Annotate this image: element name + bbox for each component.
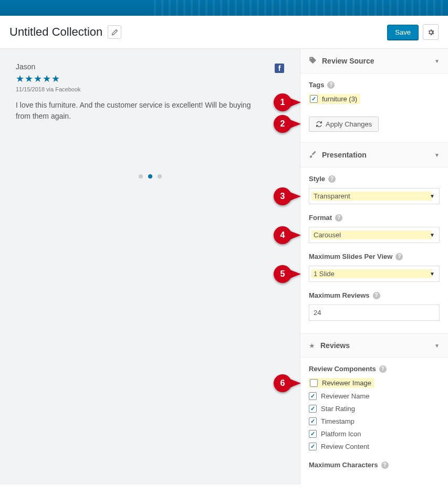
pencil-icon [111,29,118,36]
help-icon[interactable]: ? [373,292,380,299]
checkbox-icon [309,430,317,438]
max-reviews-input[interactable] [309,304,440,321]
checkbox-icon [309,443,317,450]
tag-icon [309,56,317,66]
review-timestamp: 11/15/2018 via Facebook [16,86,284,92]
chevron-down-icon: ▼ [434,343,440,349]
checkbox-reviewer-name[interactable]: Reviewer Name [309,391,440,401]
page-title: Untitled Collection [9,25,102,39]
reviewer-name: Jason [16,62,284,71]
help-icon[interactable]: ? [379,365,387,373]
gear-icon [427,28,435,36]
panel-body-reviews: Review Components ? 6 Reviewer Image Re [300,358,448,485]
tag-checkbox-furniture[interactable]: furniture (3) [309,94,360,104]
checkbox-platform-icon[interactable]: Platform Icon [309,429,440,439]
callout-1: 1 [274,93,305,112]
review-card: Jason ★★★★★ 11/15/2018 via Facebook I lo… [16,62,284,122]
apply-changes-button[interactable]: Apply Changes [309,117,379,132]
checkbox-timestamp[interactable]: Timestamp [309,416,440,426]
panel-title: Review Source [322,57,434,65]
preview-pane: Jason ★★★★★ 11/15/2018 via Facebook I lo… [0,49,300,485]
callout-3: 3 [274,187,305,206]
panel-header-reviews[interactable]: ★ Reviews ▼ [300,333,448,358]
callout-6: 6 [274,374,305,393]
callout-2: 2 [274,114,305,133]
checkbox-icon [309,392,317,400]
checkbox-icon [309,417,317,425]
tag-label: furniture (3) [322,95,357,103]
save-button[interactable]: Save [387,25,419,40]
carousel-dots [16,174,284,178]
max-reviews-label: Maximum Reviews ? [309,291,440,299]
callout-4: 4 [274,226,305,245]
help-icon[interactable]: ? [395,253,403,260]
help-icon[interactable]: ? [328,175,336,183]
carousel-dot[interactable] [139,174,143,178]
star-icon: ★ [309,342,315,350]
style-select[interactable]: Transparent ▼ [309,188,440,204]
checkbox-star-rating[interactable]: Star Rating [309,404,440,414]
checkbox-review-content[interactable]: Review Content [309,442,440,452]
carousel-dot-active[interactable] [148,174,152,178]
max-slides-label: Maximum Slides Per View ? [309,253,440,260]
max-slides-select[interactable]: 1 Slide ▼ [309,266,440,282]
style-label: Style ? [309,175,440,183]
checkbox-icon [310,95,318,103]
panel-header-review-source[interactable]: Review Source ▼ [300,49,448,74]
help-icon[interactable]: ? [381,461,389,469]
tags-label: Tags ? [309,81,440,89]
panel-body-presentation: Style ? 3 Transparent ▼ Format [300,167,448,333]
settings-button[interactable] [423,24,439,40]
refresh-icon [316,121,322,128]
panel-title: Reviews [320,341,434,350]
settings-sidebar: Review Source ▼ Tags ? 1 furniture (3) [300,49,448,485]
chevron-down-icon: ▼ [434,58,440,64]
brush-icon [309,150,317,160]
edit-title-button[interactable] [108,25,121,39]
star-rating: ★★★★★ [16,73,284,85]
top-banner [0,0,448,16]
header-bar: Untitled Collection Save [0,16,448,49]
panel-header-presentation[interactable]: Presentation ▼ [300,142,448,167]
panel-title: Presentation [322,151,434,159]
chevron-down-icon: ▼ [434,152,440,158]
format-label: Format ? [309,214,440,222]
chevron-down-icon: ▼ [430,193,435,199]
chevron-down-icon: ▼ [430,232,435,238]
callout-5: 5 [274,265,305,284]
format-select[interactable]: Carousel ▼ [309,227,440,243]
facebook-icon: f [275,64,284,73]
main-content: Jason ★★★★★ 11/15/2018 via Facebook I lo… [0,49,448,485]
checkbox-icon [310,379,318,387]
checkbox-reviewer-image[interactable]: Reviewer Image [309,378,374,388]
help-icon[interactable]: ? [335,214,342,222]
review-components-label: Review Components ? [309,365,440,373]
panel-body-review-source: Tags ? 1 furniture (3) 2 [300,74,448,142]
chevron-down-icon: ▼ [430,271,435,277]
help-icon[interactable]: ? [327,81,335,89]
checkbox-icon [309,405,317,413]
max-chars-label: Maximum Characters ? [309,461,440,469]
carousel-dot[interactable] [158,174,162,178]
review-text: I love this furniture. And the customer … [16,100,263,122]
